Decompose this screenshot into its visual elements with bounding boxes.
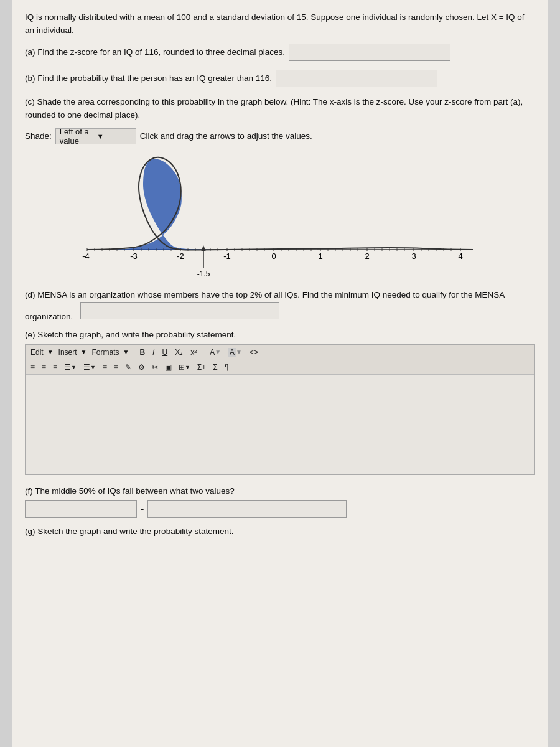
shade-row: Shade: Left of a value ▼ Click and drag … xyxy=(25,128,535,144)
x-label-neg2: -2 xyxy=(177,251,184,261)
special-char-button[interactable]: ⚙ xyxy=(136,362,147,372)
underline-button[interactable]: U xyxy=(159,347,170,357)
part-b-label: (b) Find the probability that the person… xyxy=(25,73,272,83)
part-d-text: (d) MENSA is an organization whose membe… xyxy=(25,289,535,324)
bold-button[interactable]: B xyxy=(137,347,147,357)
part-d-answer[interactable] xyxy=(80,302,279,319)
formula-button[interactable]: Σ xyxy=(210,362,220,372)
subscript-button[interactable]: X₂ xyxy=(172,347,185,357)
part-f-label: (f) The middle 50% of IQs fall between w… xyxy=(25,486,535,496)
indent-increase-button[interactable]: ≡ xyxy=(111,362,121,372)
graph-container: -4 -3 -2 -1 0 1 2 3 4 -1.5 xyxy=(25,153,535,278)
italic-button[interactable]: I xyxy=(150,347,157,357)
click-drag-text: Click and drag the arrows to adjust the … xyxy=(140,131,312,141)
part-a-answer[interactable] xyxy=(289,44,450,61)
part-a-row: (a) Find the z-score for an IQ of 116, r… xyxy=(25,44,535,61)
part-f-inputs: - xyxy=(25,500,535,518)
separator2 xyxy=(203,347,203,358)
edit-menu-group: Edit ▼ xyxy=(28,347,54,357)
align-right-button[interactable]: ≡ xyxy=(50,362,60,372)
part-c-text: (c) Shade the area corresponding to this… xyxy=(25,96,535,122)
arrow-value-label: -1.5 xyxy=(197,270,210,278)
bg-color-label: A xyxy=(228,348,236,357)
insert-menu[interactable]: Insert xyxy=(56,347,80,357)
editor-toolbar-row2: ≡ ≡ ≡ ☰ ▼ ☰ ▼ ≡ ≡ ✎ ⚙ ✂ ▣ ⊞ ▼ Σ+ Σ ¶ xyxy=(26,360,534,375)
part-g-label: (g) Sketch the graph and write the proba… xyxy=(25,527,535,536)
shade-dropdown-value: Left of a value xyxy=(60,127,95,146)
part-b-answer[interactable] xyxy=(276,70,437,87)
font-color-underline: ▼ xyxy=(215,349,221,355)
x-label-neg1: -1 xyxy=(223,251,231,261)
x-label-neg3: -3 xyxy=(130,251,138,261)
svg-marker-52 xyxy=(201,245,206,251)
code-button[interactable]: <> xyxy=(247,347,261,357)
part-f-answer1[interactable] xyxy=(25,500,137,518)
separator1 xyxy=(133,347,133,358)
insert-menu-group: Insert ▼ xyxy=(56,347,87,357)
shade-dropdown[interactable]: Left of a value ▼ xyxy=(55,128,136,144)
dash-separator: - xyxy=(141,504,144,515)
x-label-0: 0 xyxy=(271,251,276,261)
intro-text: IQ is normally distributed with a mean o… xyxy=(25,11,535,37)
insert-arrow-icon: ▼ xyxy=(81,349,87,355)
ordered-list-arrow: ▼ xyxy=(71,364,77,370)
part-f-answer2[interactable] xyxy=(147,500,347,518)
shade-label: Shade: xyxy=(25,131,52,141)
edit-arrow-icon: ▼ xyxy=(47,349,54,355)
x-label-1: 1 xyxy=(318,251,322,261)
table-button[interactable]: ⊞ ▼ xyxy=(176,362,193,372)
formats-menu-group: Formats ▼ xyxy=(90,347,129,357)
indent-decrease-button[interactable]: ≡ xyxy=(100,362,110,372)
bg-color-arrow-icon: ▼ xyxy=(236,349,242,355)
editor-body[interactable] xyxy=(26,375,534,474)
unordered-list-button[interactable]: ☰ ▼ xyxy=(81,362,98,372)
editor-toolbar-row1: Edit ▼ Insert ▼ Formats ▼ B I U X₂ x² A … xyxy=(26,345,534,360)
formats-arrow-icon: ▼ xyxy=(123,349,129,355)
ordered-list-button[interactable]: ☰ ▼ xyxy=(62,362,79,372)
font-color-button[interactable]: A ▼ xyxy=(207,347,223,357)
table-icon: ⊞ xyxy=(179,363,185,372)
bg-color-button[interactable]: A ▼ xyxy=(226,347,245,357)
unordered-list-arrow: ▼ xyxy=(90,364,96,370)
link-button[interactable]: ✎ xyxy=(123,362,134,372)
x-label-3: 3 xyxy=(411,251,416,261)
chevron-down-icon: ▼ xyxy=(97,133,132,140)
part-e-label: (e) Sketch the graph, and write the prob… xyxy=(25,330,535,339)
align-left-button[interactable]: ≡ xyxy=(28,362,37,372)
page-container: IQ is normally distributed with a mean o… xyxy=(12,0,548,747)
x-label-2: 2 xyxy=(365,251,369,261)
normal-distribution-graph[interactable]: -4 -3 -2 -1 0 1 2 3 4 -1.5 xyxy=(75,153,485,278)
special-format-button[interactable]: ¶ xyxy=(222,362,231,372)
ordered-list-icon: ☰ xyxy=(64,363,71,372)
formula-insert-button[interactable]: Σ+ xyxy=(195,362,208,372)
unordered-list-icon: ☰ xyxy=(83,363,90,372)
font-color-label: A xyxy=(210,348,215,357)
part-a-label: (a) Find the z-score for an IQ of 116, r… xyxy=(25,47,285,57)
scissors-button[interactable]: ✂ xyxy=(149,362,161,372)
align-center-button[interactable]: ≡ xyxy=(39,362,49,372)
table-arrow: ▼ xyxy=(185,364,190,370)
formats-menu[interactable]: Formats xyxy=(90,347,122,357)
x-label-neg4: -4 xyxy=(82,251,90,261)
editor-container: Edit ▼ Insert ▼ Formats ▼ B I U X₂ x² A … xyxy=(25,344,535,475)
part-b-row: (b) Find the probability that the person… xyxy=(25,70,535,87)
x-label-4: 4 xyxy=(458,251,462,261)
edit-menu[interactable]: Edit xyxy=(28,347,46,357)
image-button[interactable]: ▣ xyxy=(162,362,174,372)
superscript-button[interactable]: x² xyxy=(188,347,199,357)
